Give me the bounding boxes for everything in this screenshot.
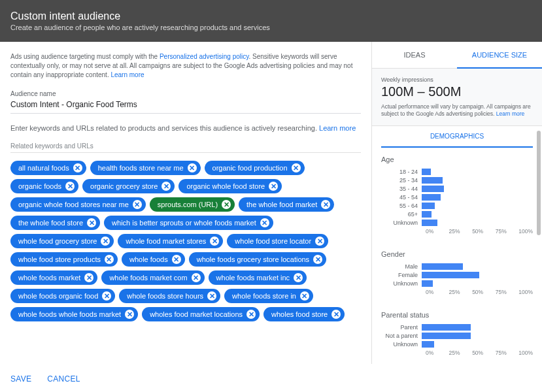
keyword-chip[interactable]: whole food market stores✕ — [118, 234, 223, 248]
keyword-chip[interactable]: whole foods✕ — [122, 252, 185, 267]
url-chip[interactable]: sprouts.com (URL)✕ — [150, 197, 235, 212]
close-icon[interactable]: ✕ — [192, 273, 201, 282]
close-icon[interactable]: ✕ — [101, 237, 110, 246]
bar-row: Not a parent — [381, 333, 533, 339]
bar-row: Unknown — [381, 280, 533, 287]
chart-title: Gender — [381, 250, 533, 258]
bar-label: 25 - 34 — [381, 177, 422, 184]
close-icon[interactable]: ✕ — [133, 200, 142, 209]
keyword-chip[interactable]: the whole food store✕ — [10, 216, 100, 230]
keyword-chip[interactable]: organic foods✕ — [10, 179, 78, 193]
keyword-chip[interactable]: whole food store locator✕ — [227, 234, 328, 248]
bar-row: Parent — [381, 324, 533, 331]
bar-row: 25 - 34 — [381, 177, 533, 184]
chip-label: whole foods market com — [109, 274, 187, 282]
close-icon[interactable]: ✕ — [300, 291, 309, 301]
chip-label: whole food store locator — [235, 237, 311, 245]
keyword-chip[interactable]: whole foods market com✕ — [101, 270, 204, 285]
chip-label: sprouts.com (URL) — [158, 201, 218, 208]
chip-label: whole foods store hours — [127, 292, 203, 300]
close-icon[interactable]: ✕ — [84, 273, 93, 282]
chart-axis: 0%25%50%75%100% — [426, 350, 533, 356]
tab-ideas[interactable]: IDEAS — [372, 42, 457, 68]
keyword-chip[interactable]: which is better sprouts or whole foods m… — [104, 216, 273, 230]
chip-label: organic food production — [212, 164, 288, 172]
chip-label: whole food store products — [18, 255, 101, 263]
close-icon[interactable]: ✕ — [65, 182, 75, 191]
close-icon[interactable]: ✕ — [315, 237, 324, 246]
tab-demographics[interactable]: DEMOGRAPHICS — [381, 126, 533, 148]
close-icon[interactable]: ✕ — [188, 163, 197, 172]
close-icon[interactable]: ✕ — [207, 291, 216, 301]
keyword-chip[interactable]: whole foods market✕ — [10, 270, 97, 285]
close-icon[interactable]: ✕ — [102, 291, 111, 301]
dialog-title: Custom intent audience — [10, 10, 532, 22]
learn-more-link[interactable]: Learn more — [319, 124, 356, 132]
close-icon[interactable]: ✕ — [269, 182, 278, 191]
footer: SAVE CANCEL — [0, 364, 542, 392]
keyword-chip[interactable]: whole food grocery store✕ — [10, 234, 114, 248]
close-icon[interactable]: ✕ — [313, 255, 322, 264]
bar-fill — [422, 280, 433, 287]
close-icon[interactable]: ✕ — [294, 273, 303, 282]
keyword-chip[interactable]: whole foods organic food✕ — [10, 289, 115, 303]
chip-label: organic foods — [18, 182, 61, 190]
tab-audience-size[interactable]: AUDIENCE SIZE — [457, 42, 542, 68]
keyword-chip[interactable]: organic whole food stores near me✕ — [10, 197, 146, 212]
keyword-chip[interactable]: whole foods grocery store locations✕ — [189, 252, 326, 267]
bar-row: Unknown — [381, 341, 533, 348]
keyword-chip[interactable]: organic food production✕ — [205, 161, 305, 175]
bar-fill — [422, 324, 471, 331]
impressions-disclaimer: Actual performance will vary by campaign… — [381, 103, 533, 118]
close-icon[interactable]: ✕ — [321, 200, 330, 209]
keyword-chip[interactable]: wholes food store✕ — [263, 307, 345, 321]
chip-container: all natural foods✕health foods store nea… — [10, 161, 361, 321]
keyword-chip[interactable]: whole foods whole foods market✕ — [10, 307, 138, 321]
close-icon[interactable]: ✕ — [331, 310, 341, 319]
learn-more-link[interactable]: Learn more — [110, 71, 144, 78]
bar-label: Female — [381, 272, 422, 278]
close-icon[interactable]: ✕ — [292, 163, 301, 172]
keyword-chip[interactable]: health foods store near me✕ — [90, 161, 201, 175]
close-icon[interactable]: ✕ — [222, 200, 231, 209]
keyword-chip[interactable]: whole foods store hours✕ — [119, 289, 220, 303]
keyword-chip[interactable]: whole foods market inc✕ — [209, 270, 307, 285]
close-icon[interactable]: ✕ — [246, 310, 256, 319]
keyword-chip[interactable]: organic whole food store✕ — [178, 179, 282, 193]
close-icon[interactable]: ✕ — [87, 218, 96, 227]
keyword-chip[interactable]: organic grocery store✕ — [82, 179, 175, 193]
close-icon[interactable]: ✕ — [105, 255, 114, 264]
bar-row: Female — [381, 272, 533, 278]
chart-parental-status: Parental statusParentNot a parentUnknown… — [372, 303, 542, 364]
bar-fill — [422, 203, 435, 209]
chip-label: wholes food market locations — [150, 310, 243, 318]
learn-more-link[interactable]: Learn more — [496, 110, 524, 117]
chart-gender: GenderMaleFemaleUnknown0%25%50%75%100% — [372, 242, 542, 303]
save-button[interactable]: SAVE — [10, 374, 31, 384]
cancel-button[interactable]: CANCEL — [47, 374, 80, 384]
close-icon[interactable]: ✕ — [172, 255, 181, 264]
bar-fill — [422, 341, 434, 348]
audience-name-input[interactable]: Custom Intent - Organic Food Terms — [10, 97, 361, 114]
close-icon[interactable]: ✕ — [260, 218, 269, 227]
bar-row: 55 - 64 — [381, 203, 533, 209]
keyword-chip[interactable]: wholes food market locations✕ — [142, 307, 260, 321]
keyword-chip[interactable]: all natural foods✕ — [10, 161, 86, 175]
keyword-chip[interactable]: whole foods store in✕ — [224, 289, 313, 303]
chip-label: organic whole food stores near me — [18, 201, 129, 208]
bar-label: Male — [381, 263, 422, 270]
close-icon[interactable]: ✕ — [73, 163, 82, 172]
keyword-chip[interactable]: the whole food market✕ — [239, 197, 334, 212]
chip-label: whole foods organic food — [18, 292, 98, 300]
scrollbar-thumb[interactable] — [537, 131, 541, 235]
bar-label: Parent — [381, 324, 422, 331]
dialog-subtitle: Create an audience of people who are act… — [10, 24, 532, 31]
chip-label: whole foods store in — [232, 292, 296, 300]
chip-label: health foods store near me — [98, 164, 184, 172]
close-icon[interactable]: ✕ — [210, 237, 219, 246]
close-icon[interactable]: ✕ — [125, 310, 134, 319]
policy-link[interactable]: Personalized advertising policy — [160, 53, 249, 60]
impressions-label: Weekly impressions — [381, 76, 533, 83]
close-icon[interactable]: ✕ — [161, 182, 171, 191]
keyword-chip[interactable]: whole food store products✕ — [10, 252, 118, 267]
